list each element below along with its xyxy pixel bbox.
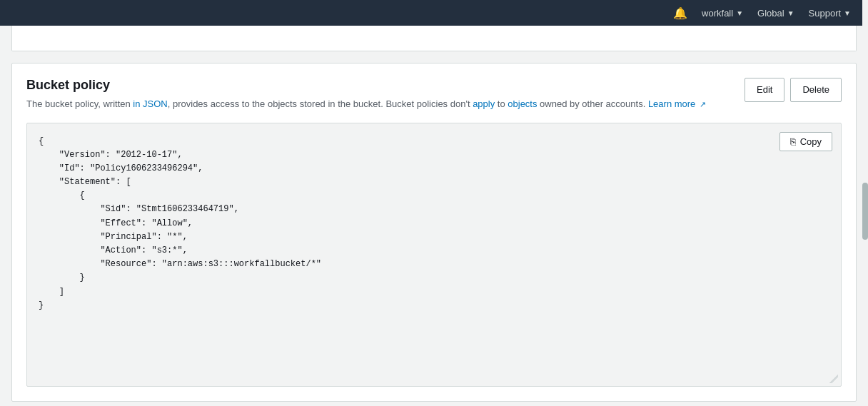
card-description: The bucket policy, written in JSON, prov… bbox=[26, 97, 706, 111]
delete-button[interactable]: Delete bbox=[790, 78, 842, 102]
top-navigation: 🔔 workfall ▼ Global ▼ Support ▼ bbox=[0, 0, 868, 26]
scrollbar-thumb bbox=[862, 183, 868, 240]
card-description-text: The bucket policy, written in JSON, prov… bbox=[26, 98, 645, 109]
policy-code-container: ⎘ Copy { "Version": "2012-10-17", "Id": … bbox=[26, 123, 842, 387]
notification-bell-icon[interactable]: 🔔 bbox=[667, 4, 693, 23]
copy-button-container: ⎘ Copy bbox=[779, 132, 832, 151]
card-actions: Edit Delete bbox=[745, 78, 842, 102]
copy-label: Copy bbox=[800, 136, 822, 147]
support-menu[interactable]: Support ▼ bbox=[803, 5, 857, 21]
edit-button[interactable]: Edit bbox=[745, 78, 784, 102]
global-menu[interactable]: Global ▼ bbox=[752, 5, 799, 21]
workfall-label: workfall bbox=[702, 8, 733, 19]
resize-handle[interactable] bbox=[829, 375, 838, 383]
workfall-chevron-icon: ▼ bbox=[736, 9, 743, 17]
page-scrollbar[interactable] bbox=[862, 0, 868, 406]
policy-json-content: { "Version": "2012-10-17", "Id": "Policy… bbox=[39, 135, 829, 313]
page-content: Bucket policy The bucket policy, written… bbox=[0, 26, 868, 406]
external-link-icon: ↗ bbox=[700, 98, 706, 111]
objects-link[interactable]: objects bbox=[508, 98, 537, 109]
global-label: Global bbox=[757, 8, 784, 19]
card-header-left: Bucket policy The bucket policy, written… bbox=[26, 78, 706, 111]
json-link[interactable]: in JSON bbox=[133, 98, 167, 109]
copy-icon: ⎘ bbox=[790, 136, 796, 147]
apply-link[interactable]: apply bbox=[473, 98, 495, 109]
global-chevron-icon: ▼ bbox=[787, 9, 794, 17]
learn-more-link[interactable]: Learn more ↗ bbox=[648, 98, 706, 109]
workfall-menu[interactable]: workfall ▼ bbox=[696, 5, 749, 21]
support-chevron-icon: ▼ bbox=[844, 9, 851, 17]
support-label: Support bbox=[809, 8, 842, 19]
bucket-policy-card: Bucket policy The bucket policy, written… bbox=[11, 63, 857, 402]
card-header: Bucket policy The bucket policy, written… bbox=[26, 78, 842, 111]
copy-button[interactable]: ⎘ Copy bbox=[779, 132, 832, 151]
top-strip bbox=[11, 26, 857, 51]
card-title: Bucket policy bbox=[26, 78, 706, 93]
